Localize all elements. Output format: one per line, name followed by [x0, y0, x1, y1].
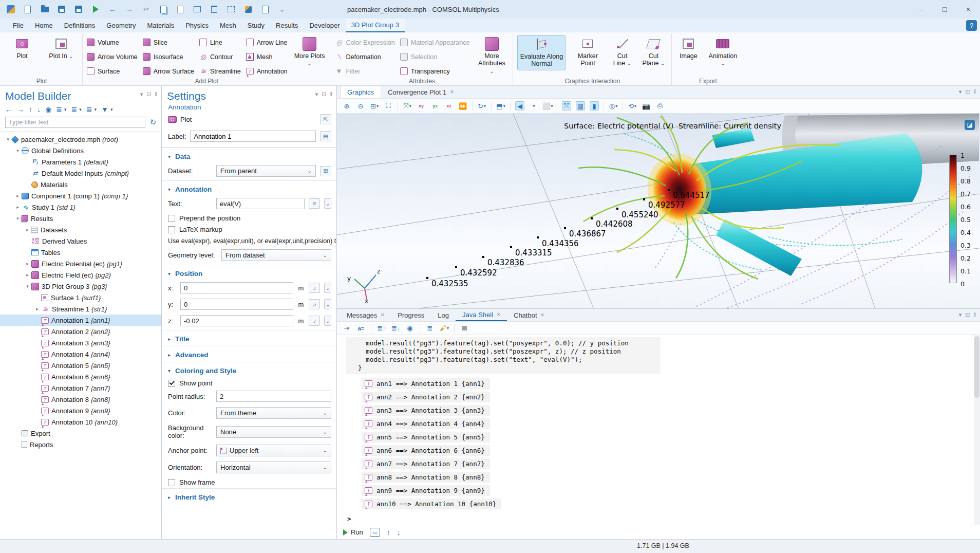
tree-item-global-definitions[interactable]: ▾Global Definitions	[0, 145, 161, 156]
chevron-icon[interactable]: ▾	[14, 216, 22, 221]
arrow-line-button[interactable]: Arrow Line	[246, 36, 288, 48]
tree-item-electric-potential[interactable]: ▸Electric Potential (ec){pg1}	[0, 258, 161, 269]
tree-item-annotation-2[interactable]: TAnnotation 2{ann2}	[0, 326, 161, 337]
tree-item-annotation-3[interactable]: TAnnotation 3{ann3}	[0, 337, 161, 348]
tab-chatbot[interactable]: Chatbot×	[507, 309, 551, 321]
history-icon[interactable]: ≣	[425, 324, 435, 333]
chevron-icon[interactable]: ▾	[24, 284, 31, 289]
cut-line-button[interactable]: Cut Line ⌄	[610, 35, 634, 69]
camera-view-icon[interactable]: ⏩	[458, 101, 467, 110]
volume-button[interactable]: Volume	[87, 36, 138, 48]
java-shell-output[interactable]: model.result("pg3").feature(tag).set("po…	[337, 335, 980, 525]
tree-item-3d-plot-group-3[interactable]: ▾3D Plot Group 3{pg3}	[0, 281, 161, 292]
plot-in-button[interactable]: Plot In ⌄	[44, 35, 78, 62]
tree-item-annotation-4[interactable]: TAnnotation 4{ann4}	[0, 348, 161, 360]
close-button[interactable]: ×	[956, 0, 980, 19]
panel-pin-icon[interactable]: ‖	[973, 88, 976, 95]
panel-menu-icon[interactable]: ▾	[959, 311, 962, 318]
chevron-icon[interactable]: ▾	[4, 137, 12, 142]
tab-convergence-plot-1[interactable]: Convergence Plot 1×	[381, 86, 460, 98]
chevron-down-icon[interactable]: ▾	[64, 107, 67, 112]
streamline-button[interactable]: ≋Streamline	[199, 65, 241, 77]
close-icon[interactable]: ×	[450, 88, 454, 96]
tree-item-annotation-7[interactable]: TAnnotation 7{ann7}	[0, 382, 161, 394]
deformation-button[interactable]: ⟍Deformation	[335, 51, 395, 63]
run-button[interactable]: Run	[343, 528, 363, 536]
orientation-select[interactable]: Horizontal⌄	[216, 462, 331, 473]
tree-item-annotation-10[interactable]: TAnnotation 10{ann10}	[0, 416, 161, 428]
tab-home[interactable]: Home	[29, 19, 59, 32]
tree-item-streamline-1[interactable]: ▸≋Streamline 1{str1}	[0, 303, 161, 315]
minimize-button[interactable]: –	[909, 0, 933, 19]
panel-menu-icon[interactable]: ▾	[140, 91, 143, 98]
transparency-button[interactable]: Transparency	[400, 65, 470, 77]
print-icon[interactable]: ⎙	[655, 101, 665, 110]
show-frame-checkbox[interactable]	[168, 479, 175, 486]
sound-icon[interactable]: ◀	[515, 101, 524, 110]
section-annotation[interactable]: ▾Annotation	[162, 180, 336, 196]
expand-all-icon[interactable]: ≣	[71, 105, 77, 114]
panel-float-icon[interactable]: ⊡	[965, 311, 970, 318]
x-input[interactable]: 0	[180, 282, 293, 293]
tree-item-results[interactable]: ▾Results	[0, 213, 161, 224]
marker-point-button[interactable]: Marker Point	[571, 35, 605, 69]
graphics-canvas[interactable]: Surface: Electric potential (V) Streamli…	[337, 114, 980, 308]
tree-item-root[interactable]: ▾pacemaker_electrode.mph(root)	[0, 134, 161, 145]
tree-item-electric-field[interactable]: ▸Electric Field (ec){pg2}	[0, 269, 161, 281]
scrollbar-thumb[interactable]	[974, 336, 979, 398]
select-box-icon[interactable]	[227, 5, 236, 14]
rotate-icon[interactable]: ↻▾	[477, 101, 486, 110]
x-range-icon[interactable]: ⍻	[309, 283, 320, 293]
more-attributes-button[interactable]: More Attributes ⌄	[475, 35, 508, 77]
show-point-checkbox[interactable]	[168, 380, 175, 387]
dataset-attributes-icon[interactable]: ⊞	[320, 166, 331, 176]
tree-item-annotation-9[interactable]: TAnnotation 9{ann9}	[0, 405, 161, 416]
panel-float-icon[interactable]: ⊡	[965, 88, 970, 95]
tree-item-surface-1[interactable]: Surface 1{surf1}	[0, 292, 161, 303]
line-button[interactable]: Line	[199, 36, 241, 48]
more-plots-button[interactable]: More Plots ⌄	[293, 35, 327, 69]
annotation-text-input[interactable]: eval(V)	[216, 198, 305, 209]
section-coloring-and-style[interactable]: ▾Coloring and Style	[162, 362, 336, 378]
panel-float-icon[interactable]: ⊡	[322, 91, 326, 98]
scroll-down-icon[interactable]: ≣↓	[391, 324, 400, 333]
save-as-icon[interactable]	[74, 5, 83, 14]
rename-icon[interactable]: ▤	[320, 131, 331, 141]
y-dropdown-icon[interactable]: ⌄	[324, 299, 331, 309]
tab-graphics[interactable]: Graphics	[340, 86, 381, 98]
evaluate-along-normal-button[interactable]: Evaluate Along Normal	[517, 35, 566, 70]
toolbar-overflow-icon[interactable]: ⌄	[277, 5, 287, 14]
sound-dropdown-icon[interactable]: ▾	[529, 101, 538, 110]
tree-item-annotation-1[interactable]: TAnnotation 1{ann1}	[0, 315, 161, 326]
latex-markup-checkbox[interactable]	[168, 226, 175, 233]
run-icon[interactable]	[91, 5, 100, 14]
arrow-surface-button[interactable]: Arrow Surface	[143, 65, 194, 77]
redo-icon[interactable]: →	[125, 5, 134, 14]
slice-button[interactable]: Slice	[143, 36, 194, 48]
panel-menu-icon[interactable]: ▾	[959, 88, 962, 95]
background-color-select[interactable]: None⌄	[216, 426, 331, 438]
view-xy-icon[interactable]: xy	[417, 101, 426, 110]
tab-messages[interactable]: Messages×	[340, 309, 391, 321]
tab-developer[interactable]: Developer	[304, 19, 345, 32]
panel-menu-icon[interactable]: ▾	[315, 91, 318, 98]
view-yz-icon[interactable]: yz	[430, 101, 440, 110]
model-tree-node-text-icon[interactable]: ≣	[86, 105, 92, 114]
console-scrollbar[interactable]	[974, 335, 980, 525]
plot-in-window-icon[interactable]: ⇱	[320, 114, 331, 124]
zoom-box-icon[interactable]: ⊞▾	[370, 101, 379, 110]
show-axes-icon[interactable]: ⤱	[562, 101, 571, 110]
view-xz-icon[interactable]: xz	[444, 101, 454, 110]
panel-float-icon[interactable]: ⊡	[146, 91, 151, 98]
z-range-icon[interactable]: ⍻	[309, 316, 320, 326]
prepend-position-checkbox[interactable]	[168, 215, 175, 222]
next-command-icon[interactable]: ↓	[397, 528, 401, 537]
section-data[interactable]: ▾Data	[162, 148, 336, 163]
tab-3d-plot-group-3[interactable]: 3D Plot Group 3	[346, 19, 405, 32]
chevron-down-icon[interactable]: ▾	[110, 107, 113, 112]
close-icon[interactable]: ×	[541, 311, 544, 319]
chevron-icon[interactable]: ▸	[14, 193, 22, 198]
tree-filter-input[interactable]	[5, 117, 145, 128]
tab-progress[interactable]: Progress	[391, 309, 431, 321]
refresh-icon[interactable]: ↻	[149, 118, 156, 127]
